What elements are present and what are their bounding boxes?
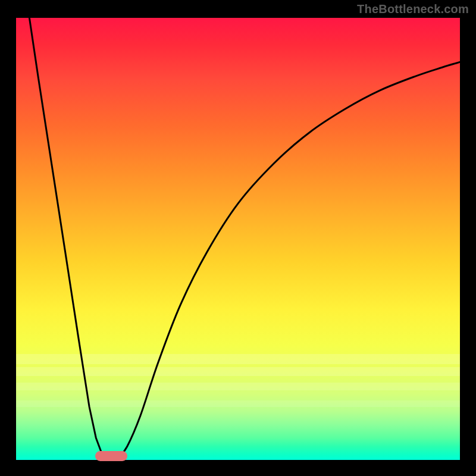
dip-marker [95,451,127,461]
curve-left-branch [29,18,105,458]
curve-right-branch [118,62,460,458]
chart-curve-layer [16,18,460,460]
light-band [16,383,460,390]
watermark-text: TheBottleneck.com [357,2,469,16]
light-band [16,354,460,364]
light-band [16,367,460,376]
chart-plot-area [16,18,460,460]
chart-stage: TheBottleneck.com [0,0,476,476]
light-band [16,400,460,407]
